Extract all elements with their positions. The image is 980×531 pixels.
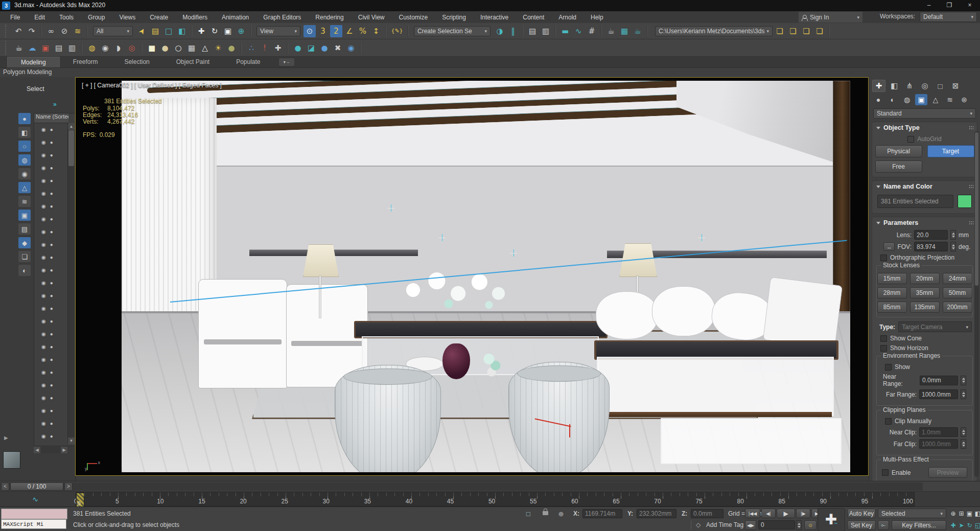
current-frame-field[interactable]: 0 — [758, 520, 795, 529]
shapes-category-icon[interactable]: ◐ — [886, 94, 899, 105]
expand-icon[interactable]: » — [53, 101, 57, 108]
autogrid-checkbox[interactable] — [907, 136, 914, 143]
ribbon-tab[interactable]: Populate — [223, 57, 273, 67]
toggle-scene-explorer-icon[interactable]: ▤ — [526, 25, 539, 37]
frame-spinner[interactable] — [796, 520, 802, 530]
show-cone-checkbox[interactable] — [880, 335, 887, 342]
pan-icon[interactable]: ✚ — [949, 520, 957, 530]
sphere-olive-icon[interactable]: ● — [225, 42, 238, 54]
particle-systems-icon[interactable]: ∴ — [245, 42, 258, 54]
info-icon[interactable]: ◉ — [345, 42, 357, 54]
motion-capture-icon[interactable]: ◎ — [126, 42, 138, 54]
filter-materials-icon[interactable]: ◐ — [18, 265, 31, 276]
camera-viewport[interactable]: [ + ] [ Camera002 ] [ User Defined ] [ E… — [75, 77, 869, 476]
render-production-icon[interactable]: ☕ — [632, 25, 644, 37]
visibility-eye-icon[interactable]: ◉ — [41, 408, 46, 413]
create-tab-icon[interactable]: ✚ — [872, 80, 885, 92]
list-item[interactable]: ◉ ● — [34, 238, 67, 251]
motion-tab-icon[interactable]: ◎ — [918, 80, 931, 92]
stock-lens-button[interactable]: 35mm — [910, 287, 940, 298]
visibility-eye-icon[interactable]: ◉ — [41, 203, 46, 209]
maxscript-mini-listener-pink[interactable] — [1, 509, 67, 519]
angle-snap-icon[interactable]: ∠ — [343, 25, 356, 37]
toolbar-drag-handle[interactable] — [5, 41, 8, 54]
select-by-name-icon[interactable]: ▤ — [149, 25, 161, 37]
material-editor-icon[interactable]: ▣ — [39, 42, 52, 54]
visibility-eye-icon[interactable]: ◉ — [41, 242, 46, 247]
project-folder-icon[interactable]: ❏ — [774, 25, 786, 37]
modify-tab-icon[interactable]: ◧ — [888, 80, 901, 92]
ribbon-tab[interactable]: Modeling — [7, 57, 60, 67]
clip-manually-checkbox[interactable] — [885, 418, 892, 425]
sphere-tan-icon[interactable]: ● — [159, 42, 171, 54]
visibility-eye-icon[interactable]: ◉ — [41, 344, 46, 350]
visibility-eye-icon[interactable]: ◉ — [41, 152, 46, 158]
list-item[interactable]: ◉ ● — [34, 187, 67, 200]
menu-item[interactable]: Rendering — [308, 14, 351, 21]
menu-item[interactable]: Group — [81, 14, 112, 21]
rectangular-selection-region-icon[interactable]: □ — [162, 25, 175, 37]
menu-item[interactable]: Tools — [52, 14, 81, 21]
scrollbar-thumb[interactable] — [68, 130, 74, 166]
list-item[interactable]: ◉ ● — [34, 315, 67, 328]
previous-frame-nudge[interactable]: < — [1, 482, 9, 491]
maximize-button-icon[interactable]: ❐ — [939, 0, 960, 11]
camera-type-dropdown[interactable]: Target Camera ▾ — [898, 321, 972, 332]
object-name-field[interactable]: 381 Entities Selected — [877, 195, 953, 208]
stock-lens-button[interactable]: 135mm — [910, 302, 940, 313]
visibility-eye-icon[interactable]: ◉ — [41, 140, 46, 145]
scroll-left-icon[interactable]: ◀ — [34, 447, 40, 453]
visibility-eye-icon[interactable]: ◉ — [41, 216, 46, 222]
scroll-down-icon[interactable]: ▼ — [68, 437, 75, 444]
key-filters-button[interactable]: Key Filters... — [892, 520, 946, 530]
stock-lens-button[interactable]: 20mm — [910, 273, 940, 284]
menu-item[interactable]: Modifiers — [175, 14, 215, 21]
list-item[interactable]: ◉ ● — [34, 340, 67, 353]
object-class-dropdown[interactable]: Standard ▾ — [873, 108, 976, 119]
list-item[interactable]: ◉ ● — [34, 353, 67, 366]
list-item[interactable]: ◉ ● — [34, 391, 67, 404]
transform-gizmo-icon[interactable]: ✚ — [272, 42, 284, 54]
visibility-eye-icon[interactable]: ◉ — [41, 331, 46, 337]
menu-item[interactable]: Animation — [215, 14, 256, 21]
fov-spinner[interactable] — [950, 242, 956, 251]
explorer-horizontal-scrollbar[interactable]: ◀ ▶ — [34, 447, 67, 453]
fov-field[interactable]: 83.974 — [914, 242, 948, 251]
list-item[interactable]: ◉ ● — [34, 251, 67, 264]
absolute-mode-icon[interactable]: ⊕ — [556, 509, 566, 518]
snap-toggle-25d-icon[interactable]: 2 — [330, 25, 342, 37]
scroll-up-icon[interactable]: ▲ — [68, 123, 75, 130]
pin-icon[interactable]: ! — [259, 42, 271, 54]
menu-item[interactable]: Content — [516, 14, 551, 21]
lens-spinner[interactable] — [950, 230, 956, 240]
multipass-enable-checkbox[interactable] — [882, 469, 889, 476]
stock-lens-button[interactable]: 24mm — [943, 273, 972, 284]
list-item[interactable]: ◉ ● — [34, 276, 67, 289]
spacewarps-category-icon[interactable]: ≋ — [944, 94, 956, 105]
explorer-expand-icon[interactable]: ▶ — [4, 435, 8, 441]
filter-bones-icon[interactable]: ◆ — [18, 237, 31, 248]
polygon-modeling-panel[interactable]: Polygon Modeling — [3, 68, 52, 76]
stock-lens-button[interactable]: 50mm — [943, 287, 972, 298]
visibility-eye-icon[interactable]: ◉ — [41, 229, 46, 235]
mini-curve-editor-icon[interactable]: ∿ — [27, 494, 44, 504]
filter-lights-icon[interactable]: ◍ — [18, 154, 31, 166]
visibility-eye-icon[interactable]: ◉ — [41, 318, 46, 324]
ribbon-tab[interactable]: Selection — [111, 57, 162, 67]
schematic-view-icon[interactable]: # — [586, 25, 598, 37]
lens-field[interactable]: 20.0 — [914, 230, 948, 240]
selection-filter-dropdown[interactable]: All ▾ — [93, 26, 133, 36]
use-pivot-point-icon[interactable]: ⊙ — [304, 25, 316, 37]
next-frame-nudge[interactable]: > — [64, 482, 73, 491]
env-show-checkbox[interactable] — [885, 364, 892, 371]
time-slider[interactable]: 0 / 100 — [10, 482, 63, 491]
circle-teal-icon[interactable]: ● — [292, 42, 304, 54]
zoom-all-icon[interactable]: ⊞ — [958, 509, 965, 518]
z-coordinate-field[interactable]: 0.0mm — [691, 509, 724, 518]
rollout-header[interactable]: Name and Color — [872, 181, 977, 192]
maximize-viewport-icon[interactable]: ◱ — [974, 520, 980, 530]
reference-coordinate-dropdown[interactable]: View ▾ — [256, 26, 300, 36]
isolate-selection-icon[interactable]: □ — [523, 509, 533, 518]
show-horizon-checkbox[interactable] — [880, 345, 887, 352]
maxscript-mini-listener[interactable]: MAXScript Mi — [1, 519, 66, 529]
